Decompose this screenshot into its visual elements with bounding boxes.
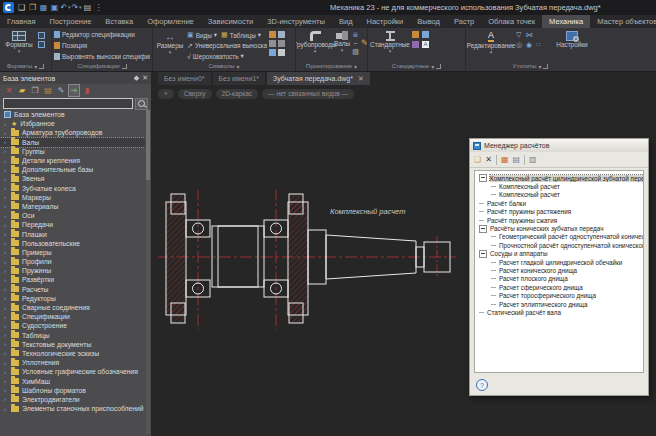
- tree-item[interactable]: ›Плашки: [0, 229, 145, 238]
- base-book-icon[interactable]: ▮: [82, 85, 92, 96]
- edit-button[interactable]: A Редактирование ▾: [468, 30, 514, 61]
- search-input[interactable]: [3, 98, 133, 109]
- spring-icon[interactable]: ~: [352, 40, 359, 47]
- expand-arrow-icon[interactable]: ›: [4, 231, 8, 237]
- tree-item[interactable]: ›Шаблоны форматов: [0, 386, 145, 395]
- specs-group-footer[interactable]: Спецификации: [52, 61, 152, 71]
- tree-item[interactable]: ›Арматура трубопроводов: [0, 128, 145, 137]
- edit-element-icon[interactable]: ✎: [56, 85, 66, 96]
- tree-item[interactable]: ›Пружины: [0, 266, 145, 275]
- expand-arrow-icon[interactable]: ›: [4, 305, 8, 311]
- ribbon-tab-настройки[interactable]: Настройки: [360, 15, 411, 28]
- grid-icon[interactable]: ∷: [536, 41, 540, 49]
- import-base-icon[interactable]: ▤: [43, 85, 53, 96]
- symbol-small-icon-3[interactable]: [269, 49, 276, 56]
- expand-arrow-icon[interactable]: ›: [4, 341, 8, 347]
- tree-item[interactable]: ›Сварные соединения: [0, 303, 145, 312]
- tree-item[interactable]: ›Таблицы: [0, 331, 145, 340]
- calc-tree-item[interactable]: Расчет торосферического днища: [475, 291, 643, 299]
- expand-arrow-icon[interactable]: ›: [4, 213, 8, 219]
- tables-button[interactable]: ▦ Таблицы▾: [221, 30, 261, 40]
- drawing-canvas[interactable]: Без имени0*Без имени1*Зубчатая передача.…: [152, 72, 656, 436]
- pin-icon[interactable]: ◆: [134, 74, 139, 82]
- standard-small-icon-1[interactable]: [412, 31, 419, 38]
- symbol-small-icon-1[interactable]: [269, 31, 276, 38]
- expand-arrow-icon[interactable]: ›: [4, 396, 8, 402]
- tree-item[interactable]: ›Звенья: [0, 174, 145, 183]
- calc-tree-item[interactable]: Расчет конического днища: [475, 266, 643, 274]
- tree-item[interactable]: ›Уплотнения: [0, 358, 145, 367]
- expand-arrow-icon[interactable]: ›: [4, 332, 8, 338]
- symbol-small-icon-5[interactable]: [278, 40, 285, 47]
- calc-properties-icon[interactable]: ▨: [529, 154, 537, 166]
- expand-arrow-icon[interactable]: ›: [4, 360, 8, 366]
- hatch-icon[interactable]: ▨: [352, 48, 359, 56]
- expand-arrow-icon[interactable]: ›: [4, 387, 8, 393]
- palette-header[interactable]: Менеджер расчётов: [470, 139, 648, 152]
- viewport-control-2[interactable]: 2D-каркас: [216, 89, 259, 99]
- document-tab[interactable]: Зубчатая передача.dwg*✕: [267, 72, 370, 85]
- calc-tree-item[interactable]: Расчёт балки: [475, 199, 643, 207]
- tree-item[interactable]: ›Текстовые документы: [0, 340, 145, 349]
- ribbon-tab-зависимости[interactable]: Зависимости: [201, 15, 261, 28]
- expand-arrow-icon[interactable]: ›: [4, 176, 8, 182]
- ribbon-tab-3d-инструменты[interactable]: 3D-инструменты: [260, 15, 332, 28]
- viewport-plus-button[interactable]: +: [158, 89, 174, 99]
- collapse-icon[interactable]: [479, 225, 487, 233]
- dialog-launcher-icon[interactable]: [543, 64, 548, 69]
- calc-tree-item[interactable]: Статический расчёт вала: [475, 308, 643, 316]
- copy-element-icon[interactable]: ❐: [30, 85, 40, 96]
- expand-arrow-icon[interactable]: ›: [4, 268, 8, 274]
- tree-item[interactable]: ›Профили: [0, 257, 145, 266]
- calc-tree-item[interactable]: Комплексный расчёт цилиндрической зубчат…: [475, 174, 643, 182]
- dialog-launcher-icon[interactable]: [122, 64, 127, 69]
- calc-tree-item[interactable]: Комплексный расчет: [475, 191, 643, 199]
- tree-item[interactable]: ›Пользовательские: [0, 239, 145, 248]
- tree-item[interactable]: ›Оси: [0, 211, 145, 220]
- tree-item[interactable]: ›ХимМаш: [0, 376, 145, 385]
- calc-tree-item[interactable]: Комплексный расчет: [475, 182, 643, 190]
- format-small-icon-1[interactable]: [38, 32, 45, 39]
- new-file-icon[interactable]: ❏: [16, 1, 27, 14]
- ribbon-tab-вставка[interactable]: Вставка: [98, 15, 140, 28]
- open-base-icon[interactable]: ▰: [17, 85, 27, 96]
- ribbon-tab-оформление[interactable]: Оформление: [140, 15, 201, 28]
- expand-arrow-icon[interactable]: ›: [4, 406, 8, 412]
- zoom-icon[interactable]: ◉: [526, 41, 532, 49]
- expand-arrow-icon[interactable]: ›: [4, 139, 8, 145]
- expand-arrow-icon[interactable]: ›: [4, 203, 8, 209]
- standard-small-icon-2[interactable]: [412, 41, 419, 48]
- search-button[interactable]: [135, 98, 148, 110]
- document-tab[interactable]: Без имени1*: [213, 72, 266, 85]
- expand-arrow-icon[interactable]: ›: [4, 369, 8, 375]
- inspect-icon[interactable]: ◎: [516, 41, 522, 49]
- sync-base-icon[interactable]: ➔: [69, 85, 79, 96]
- expand-arrow-icon[interactable]: ›: [4, 350, 8, 356]
- panel-close-icon[interactable]: ✕: [142, 74, 148, 82]
- align-leaders-button[interactable]: Выровнять выноски спецификации: [54, 51, 150, 61]
- format-small-icon-2[interactable]: [38, 41, 45, 48]
- position-button[interactable]: Позиция: [54, 41, 150, 51]
- expand-arrow-icon[interactable]: ›: [4, 222, 8, 228]
- dialog-launcher-icon[interactable]: [39, 64, 44, 69]
- collapse-icon[interactable]: [479, 174, 487, 182]
- tree-item[interactable]: ›Зубчатые колеса: [0, 184, 145, 193]
- calc-tree-item[interactable]: Геометрический расчёт одноступенчатой ко…: [475, 233, 643, 241]
- expand-arrow-icon[interactable]: ›: [4, 121, 8, 127]
- panel-scrollbar[interactable]: [146, 110, 150, 434]
- measure-icon[interactable]: ▽: [516, 31, 521, 39]
- expand-arrow-icon[interactable]: ›: [4, 295, 8, 301]
- pipelines-button[interactable]: Трубопроводы ▾: [298, 30, 332, 61]
- tree-item[interactable]: ›★Избранное: [0, 119, 145, 128]
- expand-arrow-icon[interactable]: ›: [4, 185, 8, 191]
- dialog-launcher-icon[interactable]: [436, 64, 441, 69]
- shafts-button[interactable]: Валы ▾: [334, 30, 350, 61]
- tree-item[interactable]: ›Передачи: [0, 220, 145, 229]
- spec-editor-button[interactable]: Редактор спецификации: [54, 30, 150, 40]
- calc-tree-item[interactable]: Расчёты конических зубчатых передач: [475, 224, 643, 232]
- standard-parts-button[interactable]: Стандартные ▾: [370, 30, 410, 61]
- ribbon-tab-вывод[interactable]: Вывод: [410, 15, 447, 28]
- calc-tree-item[interactable]: Расчет плоского днища: [475, 275, 643, 283]
- tree-item[interactable]: ›Элементы станочных приспособлений: [0, 404, 145, 413]
- app-logo-icon[interactable]: [3, 2, 14, 13]
